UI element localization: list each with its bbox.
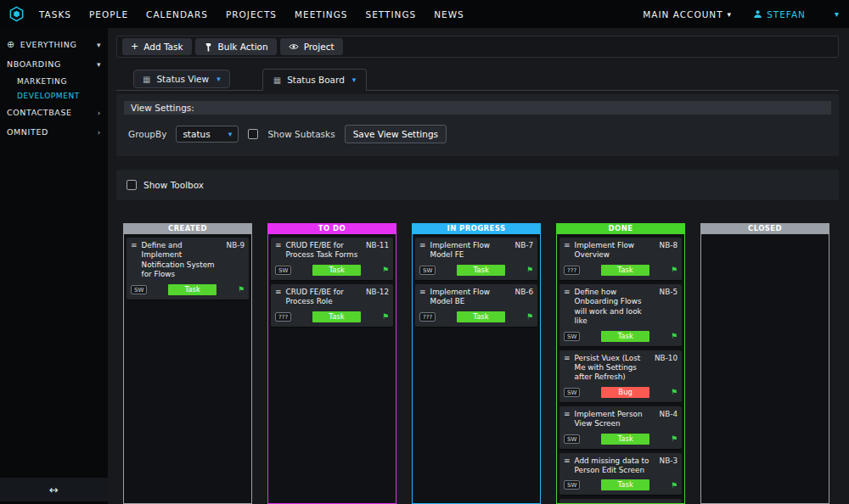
drag-handle-icon[interactable]: ≡	[419, 288, 426, 307]
flag-icon[interactable]: ⚑	[382, 266, 389, 274]
hammer-icon	[204, 42, 213, 52]
task-card[interactable]: ≡ CRUD FE/BE for Process Task Forms NB-1…	[271, 238, 393, 281]
card-type-badge[interactable]: Task	[168, 284, 216, 295]
task-card[interactable]: ≡ Define how Onboarding Flows will work …	[559, 284, 682, 347]
card-title: Define and Implement Notification System…	[142, 241, 223, 280]
task-card[interactable]: ≡ Implement Flow Model FE NB-7 SW Task ⚑	[415, 238, 537, 281]
drag-handle-icon[interactable]: ≡	[131, 241, 138, 280]
card-tag: ???	[564, 266, 580, 275]
card-type-badge[interactable]: Task	[457, 265, 505, 276]
chevron-down-icon: ▾	[97, 41, 101, 49]
bulk-action-button[interactable]: Bulk Action	[195, 38, 277, 55]
drag-handle-icon[interactable]: ≡	[564, 241, 571, 260]
board-column: IN PROGRESS ≡ Implement Flow Model FE NB…	[412, 223, 541, 504]
chevron-down-icon[interactable]: ▾	[835, 9, 839, 19]
show-toolbox-checkbox[interactable]	[127, 180, 137, 190]
nav-news[interactable]: NEWS	[434, 9, 464, 20]
card-tag: SW	[419, 266, 436, 275]
card-tag: ???	[419, 312, 436, 322]
column-title: CREATED	[123, 223, 252, 234]
card-type-badge[interactable]: Bug	[601, 387, 649, 398]
drag-handle-icon[interactable]: ≡	[564, 410, 571, 429]
task-card[interactable]: ≡ Persist Vuex (Lost Me with Settings af…	[559, 350, 682, 403]
save-view-settings-button[interactable]: Save View Settings	[345, 125, 447, 143]
column-body[interactable]: ≡ Implement Flow Model FE NB-7 SW Task ⚑…	[412, 234, 541, 504]
column-body[interactable]: ≡ CRUD FE/BE for Process Task Forms NB-1…	[267, 234, 396, 504]
project-button[interactable]: Project	[280, 38, 343, 55]
user-menu[interactable]: STEFAN	[753, 9, 806, 20]
drag-handle-icon[interactable]: ≡	[275, 241, 282, 260]
drag-handle-icon[interactable]: ≡	[275, 288, 282, 307]
sidebar-item-nboarding[interactable]: NBOARDING ▾	[0, 54, 108, 74]
flag-icon[interactable]: ⚑	[671, 481, 678, 490]
card-type-badge[interactable]: Task	[601, 265, 649, 276]
card-type-badge[interactable]: Task	[312, 311, 361, 322]
task-card[interactable]: ≡ Implement Flow Model BE NB-6 ??? Task …	[415, 284, 537, 328]
tab-status-view[interactable]: ▦ Status View ▾	[133, 70, 230, 88]
column-body[interactable]: ≡ Implement Flow Overview NB-8 ??? Task …	[556, 234, 685, 504]
sidebar-item-contactbase[interactable]: CONTACTBASE ›	[0, 103, 108, 122]
card-tag: ???	[275, 312, 291, 322]
flag-icon[interactable]: ⚑	[671, 388, 678, 396]
nav-calendars[interactable]: CALENDARS	[146, 9, 208, 20]
grid-icon: ▦	[273, 76, 281, 85]
sidebar-item-development[interactable]: DEVELOPMENT	[0, 88, 108, 103]
account-menu[interactable]: MAIN ACCOUNT	[643, 9, 722, 20]
groupby-label: GroupBy	[128, 129, 166, 139]
column-body[interactable]	[700, 234, 829, 504]
drag-handle-icon[interactable]: ≡	[564, 354, 571, 383]
flag-icon[interactable]: ⚑	[526, 312, 533, 321]
nav-settings[interactable]: SETTINGS	[366, 9, 417, 20]
task-card[interactable]: ≡ CRUD FE/BE for Process Role NB-12 ??? …	[271, 284, 393, 328]
card-type-badge[interactable]: Task	[601, 479, 649, 490]
card-tag: SW	[275, 266, 291, 275]
card-title: Implement Flow Model FE	[430, 241, 512, 260]
task-card[interactable]: ≡ Add missing data to Person Edit Screen…	[559, 453, 682, 496]
task-card[interactable]: ≡ Peoples Directory NB-1 SW Task ⚑	[559, 499, 682, 504]
card-type-badge[interactable]: Task	[601, 331, 649, 342]
show-subtasks-checkbox[interactable]	[248, 129, 258, 139]
view-settings-panel: View Settings: GroupBy status ▾ Show Sub…	[116, 94, 839, 156]
sidebar-item-marketing[interactable]: MARKETING	[0, 74, 108, 88]
globe-icon: ⊕	[7, 39, 15, 50]
arrows-icon: ↔	[49, 484, 59, 496]
task-card[interactable]: ≡ Implement Flow Overview NB-8 ??? Task …	[559, 238, 682, 281]
grid-icon: ▦	[143, 75, 150, 84]
sidebar-item-everything[interactable]: ⊕ EVERYTHING ▾	[0, 35, 108, 54]
task-card[interactable]: ≡ Define and Implement Notification Syst…	[127, 238, 249, 300]
task-card[interactable]: ≡ Implement Person View Screen NB-4 SW T…	[559, 406, 682, 450]
flag-icon[interactable]: ⚑	[382, 312, 389, 321]
nav-tasks[interactable]: TASKS	[39, 9, 71, 20]
drag-handle-icon[interactable]: ≡	[564, 288, 571, 327]
board-column: CREATED ≡ Define and Implement Notificat…	[123, 223, 252, 504]
user-name: STEFAN	[767, 9, 806, 20]
add-task-button[interactable]: + Add Task	[122, 38, 192, 55]
drag-handle-icon[interactable]: ≡	[419, 241, 426, 260]
nav-projects[interactable]: PROJECTS	[226, 9, 277, 20]
card-type-badge[interactable]: Task	[312, 265, 361, 276]
sidebar-collapse-toggle[interactable]: ↔	[0, 478, 108, 501]
flag-icon[interactable]: ⚑	[526, 266, 533, 274]
flag-icon[interactable]: ⚑	[671, 332, 678, 340]
column-body[interactable]: ≡ Define and Implement Notification Syst…	[123, 234, 252, 504]
nav-people[interactable]: PEOPLE	[89, 9, 128, 20]
drag-handle-icon[interactable]: ≡	[564, 456, 571, 476]
sidebar-item-omnited[interactable]: OMNITED ›	[0, 122, 108, 142]
card-tag: SW	[564, 434, 580, 444]
flag-icon[interactable]: ⚑	[238, 285, 245, 294]
card-title: Implement Flow Overview	[575, 241, 656, 260]
toolbox-panel: Show Toolbox	[116, 170, 839, 200]
card-type-badge[interactable]: Task	[601, 434, 649, 445]
nav-meetings[interactable]: MEETINGS	[295, 9, 348, 20]
app-logo-icon[interactable]	[8, 6, 25, 23]
sidebar-everything-label: EVERYTHING	[20, 40, 77, 49]
flag-icon[interactable]: ⚑	[671, 266, 678, 274]
column-title: DONE	[556, 223, 685, 234]
board-column: DONE ≡ Implement Flow Overview NB-8 ??? …	[556, 223, 685, 504]
tab-status-board[interactable]: ▦ Status Board ▾	[262, 69, 368, 91]
groupby-select[interactable]: status ▾	[176, 126, 239, 143]
card-title: Implement Person View Screen	[575, 410, 656, 429]
card-type-badge[interactable]: Task	[457, 311, 505, 322]
flag-icon[interactable]: ⚑	[671, 434, 678, 443]
card-id: NB-4	[660, 410, 678, 429]
